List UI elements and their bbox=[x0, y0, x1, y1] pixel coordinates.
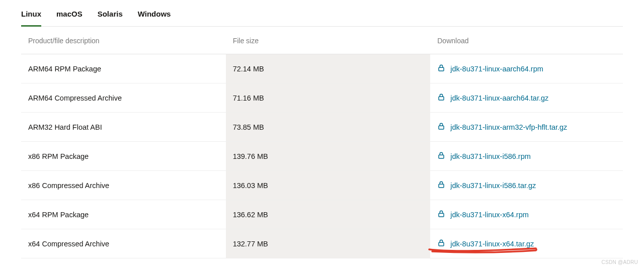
svg-rect-0 bbox=[439, 67, 444, 71]
cell-size: 71.16 MB bbox=[226, 83, 431, 113]
lock-icon bbox=[437, 122, 445, 132]
lock-icon bbox=[437, 151, 445, 161]
download-link[interactable]: jdk-8u371-linux-x64.tar.gz bbox=[450, 240, 534, 248]
cell-description: x86 RPM Package bbox=[21, 142, 226, 171]
header-description: Product/file description bbox=[21, 27, 226, 54]
cell-size: 72.14 MB bbox=[226, 54, 431, 83]
table-row: x64 Compressed Archive 132.77 MB jdk-8u3… bbox=[21, 229, 623, 258]
table-row: x86 RPM Package 139.76 MB jdk-8u371-linu… bbox=[21, 142, 623, 171]
svg-rect-2 bbox=[439, 126, 444, 129]
cell-size: 136.62 MB bbox=[226, 200, 431, 229]
header-download: Download bbox=[430, 27, 623, 54]
svg-rect-4 bbox=[439, 184, 444, 188]
cell-size: 139.76 MB bbox=[226, 142, 431, 171]
lock-icon bbox=[437, 210, 445, 219]
cell-download: jdk-8u371-linux-aarch64.rpm bbox=[430, 54, 623, 83]
cell-download: jdk-8u371-linux-i586.rpm bbox=[430, 142, 623, 171]
lock-icon bbox=[437, 181, 445, 190]
cell-download: jdk-8u371-linux-x64.tar.gz bbox=[430, 229, 623, 258]
table-row: x86 Compressed Archive 136.03 MB jdk-8u3… bbox=[21, 171, 623, 200]
cell-download: jdk-8u371-linux-arm32-vfp-hflt.tar.gz bbox=[430, 113, 623, 142]
cell-download: jdk-8u371-linux-x64.rpm bbox=[430, 200, 623, 229]
cell-size: 132.77 MB bbox=[226, 229, 431, 258]
cell-size: 73.85 MB bbox=[226, 113, 431, 142]
lock-icon bbox=[437, 93, 445, 103]
os-tabs: Linux macOS Solaris Windows bbox=[21, 9, 623, 27]
table-row: x64 RPM Package 136.62 MB jdk-8u371-linu… bbox=[21, 200, 623, 229]
downloads-table: Product/file description File size Downl… bbox=[21, 27, 623, 258]
svg-rect-1 bbox=[439, 97, 444, 100]
tab-windows[interactable]: Windows bbox=[138, 10, 171, 27]
download-link[interactable]: jdk-8u371-linux-i586.tar.gz bbox=[450, 182, 536, 190]
header-size: File size bbox=[226, 27, 431, 54]
svg-rect-6 bbox=[439, 242, 444, 246]
cell-download: jdk-8u371-linux-aarch64.tar.gz bbox=[430, 83, 623, 113]
cell-description: ARM32 Hard Float ABI bbox=[21, 113, 226, 142]
cell-description: x86 Compressed Archive bbox=[21, 171, 226, 200]
cell-download: jdk-8u371-linux-i586.tar.gz bbox=[430, 171, 623, 200]
tab-linux[interactable]: Linux bbox=[21, 10, 41, 27]
svg-rect-5 bbox=[439, 213, 444, 217]
cell-description: ARM64 Compressed Archive bbox=[21, 83, 226, 113]
cell-description: ARM64 RPM Package bbox=[21, 54, 226, 83]
lock-icon bbox=[437, 64, 445, 73]
lock-icon bbox=[437, 239, 445, 248]
cell-description: x64 RPM Package bbox=[21, 200, 226, 229]
table-row: ARM64 Compressed Archive 71.16 MB jdk-8u… bbox=[21, 83, 623, 113]
download-link[interactable]: jdk-8u371-linux-i586.rpm bbox=[450, 152, 531, 160]
table-row: ARM32 Hard Float ABI 73.85 MB jdk-8u371-… bbox=[21, 113, 623, 142]
tab-macos[interactable]: macOS bbox=[56, 10, 83, 27]
cell-description: x64 Compressed Archive bbox=[21, 229, 226, 258]
download-link[interactable]: jdk-8u371-linux-arm32-vfp-hflt.tar.gz bbox=[450, 123, 567, 131]
download-link[interactable]: jdk-8u371-linux-x64.rpm bbox=[450, 211, 529, 219]
table-row: ARM64 RPM Package 72.14 MB jdk-8u371-lin… bbox=[21, 54, 623, 83]
download-link[interactable]: jdk-8u371-linux-aarch64.tar.gz bbox=[450, 94, 548, 102]
cell-size: 136.03 MB bbox=[226, 171, 431, 200]
svg-rect-3 bbox=[439, 155, 444, 158]
tab-solaris[interactable]: Solaris bbox=[98, 10, 123, 27]
download-link[interactable]: jdk-8u371-linux-aarch64.rpm bbox=[450, 65, 543, 73]
